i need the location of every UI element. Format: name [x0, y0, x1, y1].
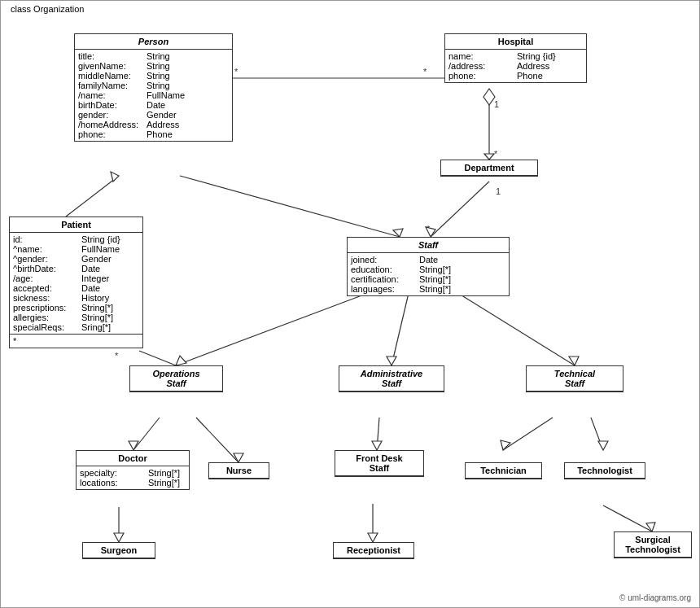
svg-line-16 — [139, 351, 176, 365]
ops-staff-header: Operations Staff — [130, 366, 222, 391]
svg-line-14 — [180, 176, 400, 237]
svg-line-25 — [133, 418, 160, 450]
svg-marker-11 — [426, 227, 435, 237]
svg-marker-38 — [368, 533, 378, 542]
person-class: Person title:String givenName:String mid… — [74, 33, 233, 142]
svg-line-39 — [603, 505, 652, 531]
svg-marker-15 — [393, 229, 403, 237]
nurse-class: Nurse — [208, 462, 269, 479]
svg-marker-40 — [646, 523, 655, 531]
svg-line-33 — [591, 418, 603, 450]
surgical-tech-class: Surgical Technologist — [614, 531, 692, 558]
diagram-title: class Organization — [7, 4, 88, 14]
svg-text:*: * — [494, 149, 498, 159]
svg-marker-28 — [234, 453, 243, 462]
patient-body: id:String {id} ^name:FullName ^gender:Ge… — [10, 233, 142, 334]
patient-header: Patient — [10, 217, 142, 233]
svg-text:1: 1 — [496, 186, 501, 196]
staff-class: Staff joined:Date education:String[*] ce… — [347, 237, 510, 296]
admin-staff-header: Administrative Staff — [339, 366, 444, 391]
hospital-header: Hospital — [445, 34, 586, 50]
surgical-tech-header: Surgical Technologist — [615, 532, 691, 558]
svg-text:*: * — [234, 67, 238, 77]
svg-marker-26 — [129, 441, 138, 450]
technician-class: Technician — [465, 462, 542, 479]
svg-line-12 — [66, 176, 119, 217]
svg-text:1: 1 — [494, 99, 499, 109]
surgeon-class: Surgeon — [82, 542, 155, 559]
technologist-header: Technologist — [565, 463, 645, 479]
front-desk-class: Front Desk Staff — [335, 450, 424, 477]
svg-line-27 — [196, 418, 238, 462]
person-body: title:String givenName:String middleName… — [75, 50, 232, 141]
department-header: Department — [441, 160, 537, 176]
tech-staff-class: Technical Staff — [526, 365, 623, 392]
staff-header: Staff — [348, 238, 509, 253]
svg-marker-4 — [483, 89, 495, 105]
svg-line-21 — [392, 290, 409, 365]
hospital-class: Hospital name:String {id} /address:Addre… — [444, 33, 587, 83]
svg-marker-32 — [501, 440, 510, 450]
person-header: Person — [75, 34, 232, 50]
receptionist-class: Receptionist — [333, 542, 414, 559]
technician-header: Technician — [466, 463, 541, 479]
nurse-header: Nurse — [209, 463, 269, 479]
patient-class: Patient id:String {id} ^name:FullName ^g… — [9, 217, 143, 348]
svg-line-8 — [431, 182, 489, 237]
tech-staff-header: Technical Staff — [527, 366, 623, 391]
doctor-class: Doctor specialty:String[*] locations:Str… — [76, 450, 190, 490]
svg-marker-24 — [569, 356, 579, 365]
svg-line-31 — [503, 418, 553, 450]
receptionist-header: Receptionist — [334, 543, 413, 558]
department-class: Department — [440, 160, 538, 177]
svg-text:*: * — [423, 67, 427, 77]
admin-staff-class: Administrative Staff — [339, 365, 444, 392]
svg-line-23 — [453, 290, 575, 365]
svg-text:*: * — [115, 351, 119, 361]
svg-marker-34 — [598, 441, 608, 450]
svg-line-19 — [176, 290, 377, 365]
doctor-body: specialty:String[*] locations:String[*] — [77, 466, 189, 489]
staff-body: joined:Date education:String[*] certific… — [348, 253, 509, 295]
copyright: © uml-diagrams.org — [619, 593, 691, 602]
svg-line-29 — [377, 418, 379, 450]
svg-marker-30 — [372, 441, 382, 450]
svg-marker-13 — [111, 172, 119, 182]
diagram-container: class Organization * * 1 * 1 * * * — [0, 0, 700, 608]
svg-marker-7 — [484, 154, 494, 160]
svg-marker-36 — [114, 533, 124, 542]
svg-marker-20 — [176, 356, 186, 365]
doctor-header: Doctor — [77, 451, 189, 466]
ops-staff-class: Operations Staff — [129, 365, 223, 392]
svg-marker-22 — [387, 356, 396, 365]
hospital-body: name:String {id} /address:Address phone:… — [445, 50, 586, 82]
svg-text:*: * — [427, 224, 431, 234]
front-desk-header: Front Desk Staff — [335, 451, 423, 476]
technologist-class: Technologist — [564, 462, 645, 479]
surgeon-header: Surgeon — [83, 543, 155, 558]
